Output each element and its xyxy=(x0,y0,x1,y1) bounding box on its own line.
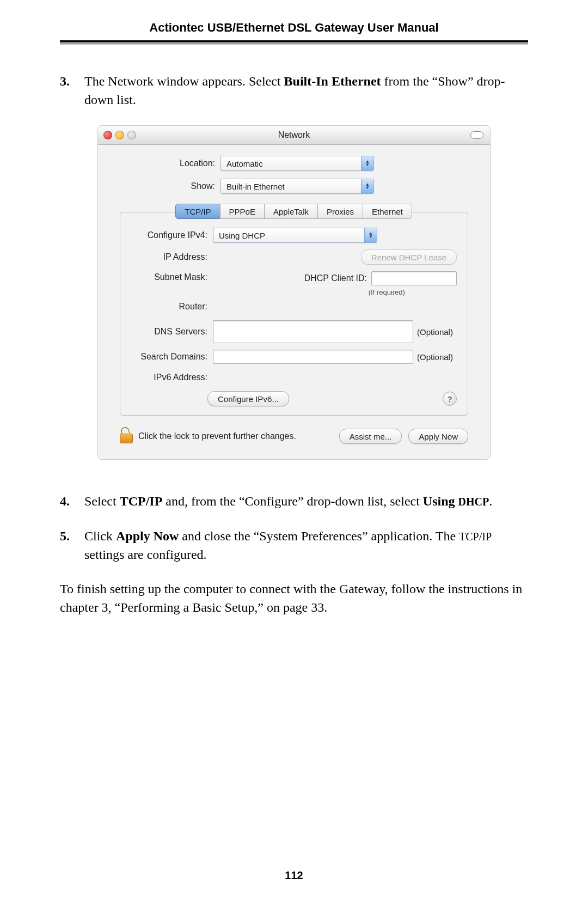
optional-hint: (Optional) xyxy=(413,326,457,338)
assist-me-button[interactable]: Assist me... xyxy=(339,429,402,444)
network-window: Network Location: Automatic ▲▼ Show: Bui… xyxy=(97,125,491,460)
ipv6-address-label: IPv6 Address: xyxy=(131,371,213,383)
step-body: Click Apply Now and close the “System Pr… xyxy=(84,527,528,564)
text: The Network window appears. Select xyxy=(84,74,284,88)
toolbar-toggle-icon[interactable] xyxy=(470,131,483,139)
step-4: 4. Select TCP/IP and, from the “Configur… xyxy=(60,492,528,511)
select-value: Using DHCP xyxy=(219,230,364,241)
lock-text: Click the lock to prevent further change… xyxy=(138,430,333,442)
text: and close the “System Preferences” appli… xyxy=(179,529,459,543)
text: Select xyxy=(84,494,120,508)
tab-tcpip[interactable]: TCP/IP xyxy=(175,204,220,219)
header-rule xyxy=(60,40,528,45)
search-domains-input[interactable] xyxy=(213,350,413,364)
apply-now-button[interactable]: Apply Now xyxy=(408,429,468,444)
configure-ipv6-button[interactable]: Configure IPv6... xyxy=(207,391,289,406)
select-value: Built-in Ethernet xyxy=(226,181,361,192)
location-label: Location: xyxy=(114,157,220,169)
closing-paragraph: To finish setting up the computer to con… xyxy=(60,580,528,617)
chevron-updown-icon: ▲▼ xyxy=(361,156,373,170)
tab-pppoe[interactable]: PPPoE xyxy=(220,204,265,219)
show-select[interactable]: Built-in Ethernet ▲▼ xyxy=(220,179,374,194)
help-button[interactable]: ? xyxy=(443,392,457,406)
tcpip-panel: Configure IPv4: Using DHCP ▲▼ IP Address… xyxy=(120,212,468,416)
step-5: 5. Click Apply Now and close the “System… xyxy=(60,527,528,564)
step-3: 3. The Network window appears. Select Bu… xyxy=(60,72,528,109)
show-label: Show: xyxy=(114,180,220,192)
configure-label: Configure IPv4: xyxy=(131,229,213,241)
select-value: Automatic xyxy=(226,158,361,169)
step-body: Select TCP/IP and, from the “Configure” … xyxy=(84,492,528,511)
dns-servers-input[interactable] xyxy=(213,320,413,343)
router-label: Router: xyxy=(131,301,213,313)
location-select[interactable]: Automatic ▲▼ xyxy=(220,156,374,171)
step-number: 3. xyxy=(60,72,84,109)
content-area: 3. The Network window appears. Select Bu… xyxy=(0,45,588,617)
text: . xyxy=(489,494,492,508)
step-number: 5. xyxy=(60,527,84,564)
tab-bar: TCP/IP PPPoE AppleTalk Proxies Ethernet xyxy=(114,204,474,219)
ip-address-label: IP Address: xyxy=(131,251,213,263)
chevron-updown-icon: ▲▼ xyxy=(361,179,373,193)
step-number: 4. xyxy=(60,492,84,511)
bold-text: Apply Now xyxy=(116,529,179,543)
dhcp-client-id-input[interactable] xyxy=(371,271,457,285)
text: settings are configured. xyxy=(84,547,207,562)
titlebar: Network xyxy=(98,126,490,145)
chevron-updown-icon: ▲▼ xyxy=(364,228,377,242)
window-footer: Click the lock to prevent further change… xyxy=(114,425,474,454)
subnet-mask-label: Subnet Mask: xyxy=(131,271,213,283)
smallcaps-text: TCP/IP xyxy=(459,531,492,543)
bold-text: Using xyxy=(423,494,458,508)
window-body: Location: Automatic ▲▼ Show: Built-in Et… xyxy=(98,145,490,459)
page-header: Actiontec USB/Ethernet DSL Gateway User … xyxy=(0,0,588,35)
text: Click xyxy=(84,529,116,543)
tab-appletalk[interactable]: AppleTalk xyxy=(264,204,318,219)
bold-text: TCP/IP xyxy=(120,494,163,508)
optional-hint: (Optional) xyxy=(413,351,457,363)
dhcp-client-id-label: DHCP Client ID: xyxy=(304,272,367,284)
renew-dhcp-button[interactable]: Renew DHCP Lease xyxy=(361,249,457,265)
bold-smallcaps: DHCP xyxy=(458,496,489,508)
if-required-hint: (If required) xyxy=(369,288,405,297)
tab-proxies[interactable]: Proxies xyxy=(317,204,363,219)
step-body: The Network window appears. Select Built… xyxy=(84,72,528,109)
bold-text: Built-In Ethernet xyxy=(284,74,381,88)
dns-servers-label: DNS Servers: xyxy=(131,326,213,338)
configure-select[interactable]: Using DHCP ▲▼ xyxy=(213,228,377,243)
tab-ethernet[interactable]: Ethernet xyxy=(363,204,412,219)
lock-icon[interactable] xyxy=(120,429,132,443)
page-number: 112 xyxy=(0,869,588,882)
window-title: Network xyxy=(98,129,490,141)
search-domains-label: Search Domains: xyxy=(131,351,213,363)
text: and, from the “Configure” drop-down list… xyxy=(162,494,423,508)
